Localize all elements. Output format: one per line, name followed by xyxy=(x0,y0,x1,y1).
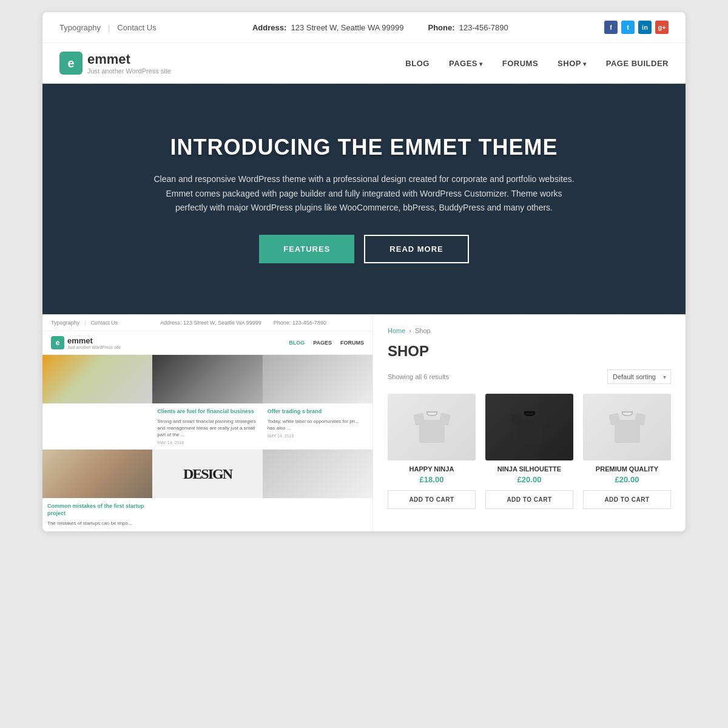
right-panel: Home › Shop SHOP Showing all 6 results D… xyxy=(373,315,686,531)
facebook-icon[interactable]: f xyxy=(604,21,618,34)
post-title-3[interactable]: Offer trading s brand xyxy=(268,408,368,416)
mini-nav-links: BLOG PAGES FORUMS xyxy=(289,340,364,346)
mini-address: Address: 123 Street W, Seattle WA 99999 xyxy=(160,320,261,326)
post-excerpt-3: Today, white label so opportunities for … xyxy=(268,418,368,431)
tshirt-shape-3 xyxy=(610,411,645,443)
left-panel: Typography | Contact Us Address: 123 Str… xyxy=(42,315,373,531)
collar-2 xyxy=(524,411,535,416)
contact-link[interactable]: Contact Us xyxy=(117,23,156,32)
shop-results: Showing all 6 results xyxy=(388,373,449,380)
twitter-icon[interactable]: t xyxy=(621,21,635,34)
blog-text-5 xyxy=(152,498,262,531)
blog-img-5[interactable]: DESIGN xyxy=(152,450,262,498)
mini-contact[interactable]: Contact Us xyxy=(90,320,118,326)
product-price-2: £20.00 xyxy=(485,475,573,484)
nav-builder[interactable]: PAGE BUILDER xyxy=(606,59,669,68)
nav-pages[interactable]: PAGES xyxy=(449,59,483,68)
mini-nav: e emmet Just another WordPress site BLOG… xyxy=(42,331,372,355)
shop-toolbar: Showing all 6 results Default sorting xyxy=(388,369,671,384)
body-1 xyxy=(419,420,445,443)
read-more-button[interactable]: READ MORE xyxy=(364,235,468,263)
blog-img-6[interactable] xyxy=(263,450,372,498)
googleplus-icon[interactable]: g+ xyxy=(655,21,669,34)
mini-address-label: Address: xyxy=(160,320,182,326)
blog-text-4: Common mistakes of the first startup pro… xyxy=(42,498,152,531)
mini-nav-forums[interactable]: FORUMS xyxy=(340,340,364,346)
product-2: NINJA SILHOUETTE £20.00 ADD TO CART xyxy=(485,394,573,509)
body-3 xyxy=(615,420,640,443)
main-nav: BLOG PAGES FORUMS SHOP PAGE BUILDER xyxy=(405,59,669,68)
address-value: 123 Street W, Seattle WA 99999 xyxy=(291,23,404,32)
blog-img-4[interactable] xyxy=(42,450,152,498)
tshirt-shape-1 xyxy=(414,411,450,443)
tshirt-shape-2 xyxy=(512,411,547,443)
hero-content: INTRODUCING THE EMMET THEME Clean and re… xyxy=(115,135,613,263)
blog-text-1 xyxy=(42,403,152,450)
mini-logo-text: emmet Just another WordPress site xyxy=(67,336,121,349)
mini-phone-label: Phone: xyxy=(274,320,291,326)
product-img-1 xyxy=(388,394,476,460)
divider: | xyxy=(108,23,110,32)
blog-text-2: Clients are fuel for financial business … xyxy=(152,403,262,450)
hero-description: Clean and responsive WordPress theme wit… xyxy=(152,172,576,215)
top-bar-left: Typography | Contact Us xyxy=(59,23,157,32)
shop-title: SHOP xyxy=(388,343,671,360)
breadcrumb-sep: › xyxy=(409,327,411,334)
mini-nav-pages[interactable]: PAGES xyxy=(313,340,332,346)
mini-address-value: 123 Street W, Seattle WA 99999 xyxy=(183,320,261,326)
mini-topbar-info: Address: 123 Street W, Seattle WA 99999 … xyxy=(160,320,326,326)
mini-divider: | xyxy=(84,320,86,326)
social-icons: f t in g+ xyxy=(604,21,669,34)
breadcrumb-shop: Shop xyxy=(415,327,431,334)
product-3: PREMIUM QUALITY £20.00 ADD TO CART xyxy=(583,394,671,509)
bottom-section: Typography | Contact Us Address: 123 Str… xyxy=(42,314,686,531)
blog-img-1[interactable] xyxy=(42,355,152,403)
logo-text: emmet Just another WordPress site xyxy=(87,52,171,75)
blog-text-6 xyxy=(263,498,372,531)
product-1: HAPPY NINJA £18.00 ADD TO CART xyxy=(388,394,476,509)
breadcrumb: Home › Shop xyxy=(388,327,671,334)
post-title-2[interactable]: Clients are fuel for financial business xyxy=(157,408,257,416)
phone-info: Phone: 123-456-7890 xyxy=(428,23,508,32)
add-to-cart-1[interactable]: ADD TO CART xyxy=(388,490,476,509)
mini-logo-icon: e xyxy=(51,336,64,349)
features-button[interactable]: FEATURES xyxy=(259,235,354,263)
mini-topbar: Typography | Contact Us Address: 123 Str… xyxy=(42,315,372,331)
mini-phone-value: 123-456-7890 xyxy=(292,320,326,326)
mini-logo: e emmet Just another WordPress site xyxy=(51,336,121,349)
blog-img-2[interactable] xyxy=(152,355,262,403)
sort-select[interactable]: Default sorting xyxy=(607,369,671,384)
post-date-3: MAY 14, 2016 xyxy=(268,434,368,438)
post-title-4[interactable]: Common mistakes of the first startup pro… xyxy=(47,503,147,517)
blog-img-3[interactable] xyxy=(263,355,372,403)
address-info: Address: 123 Street W, Seattle WA 99999 xyxy=(252,23,404,32)
mini-typography[interactable]: Typography xyxy=(51,320,79,326)
product-name-1: HAPPY NINJA xyxy=(388,465,476,473)
linkedin-icon[interactable]: in xyxy=(638,21,652,34)
address-label: Address: xyxy=(252,23,286,32)
collar-3 xyxy=(622,411,633,416)
product-name-2: NINJA SILHOUETTE xyxy=(485,465,573,473)
mini-site-name: emmet xyxy=(67,336,121,345)
typography-link[interactable]: Typography xyxy=(59,23,101,32)
post-date-2: MAY 14, 2016 xyxy=(157,440,257,445)
mini-phone: Phone: 123-456-7890 xyxy=(274,320,326,326)
mini-nav-blog[interactable]: BLOG xyxy=(289,340,305,346)
nav-blog[interactable]: BLOG xyxy=(405,59,430,68)
top-bar: Typography | Contact Us Address: 123 Str… xyxy=(42,12,686,43)
product-img-3 xyxy=(583,394,671,460)
product-name-3: PREMIUM QUALITY xyxy=(583,465,671,473)
phone-value: 123-456-7890 xyxy=(459,23,508,32)
add-to-cart-2[interactable]: ADD TO CART xyxy=(485,490,573,509)
nav-bar: e emmet Just another WordPress site BLOG… xyxy=(42,43,686,84)
site-name: emmet xyxy=(87,52,171,67)
add-to-cart-3[interactable]: ADD TO CART xyxy=(583,490,671,509)
nav-forums[interactable]: FORUMS xyxy=(502,59,538,68)
post-excerpt-4: The mistakes of startups can be impo... xyxy=(47,520,147,527)
hero-title: INTRODUCING THE EMMET THEME xyxy=(152,135,576,160)
product-price-3: £20.00 xyxy=(583,475,671,484)
site-tagline: Just another WordPress site xyxy=(87,67,171,75)
body-2 xyxy=(517,420,542,443)
nav-shop[interactable]: SHOP xyxy=(558,59,587,68)
breadcrumb-home[interactable]: Home xyxy=(388,327,405,334)
